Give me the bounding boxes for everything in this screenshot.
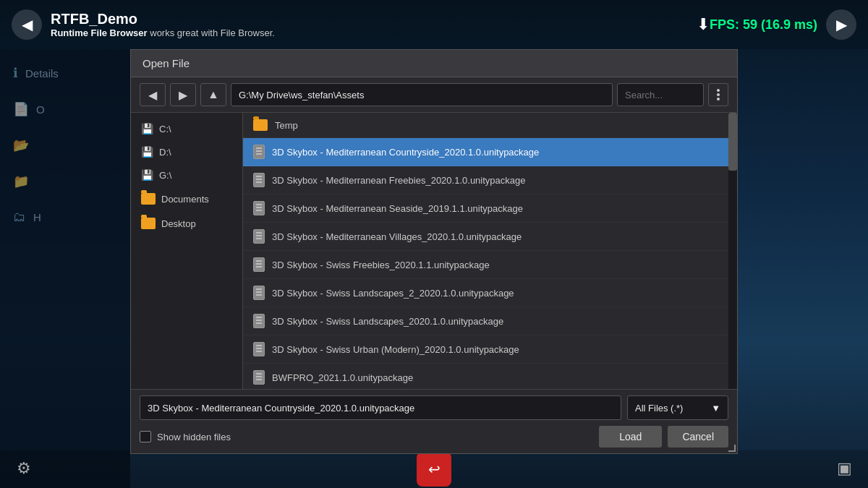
app-title: RTFB_Demo	[51, 11, 697, 27]
file-name-1: 3D Skybox - Mediterranean Freebies_2020.…	[272, 175, 526, 186]
file-item-6[interactable]: 3D Skybox - Swiss Landscapes_2020.1.0.un…	[243, 307, 737, 335]
settings-button[interactable]: ⚙	[9, 453, 39, 484]
drive-c-icon: 💾	[141, 123, 153, 134]
action-buttons: Load Cancel	[599, 426, 728, 448]
bookmark-desktop-label: Desktop	[161, 218, 196, 229]
file-name-3: 3D Skybox - Mediterranean Villages_2020.…	[272, 231, 522, 242]
file-item-temp[interactable]: Temp	[243, 113, 737, 138]
nav-back-button[interactable]: ◀	[140, 83, 166, 106]
bookmark-documents-label: Documents	[161, 194, 209, 205]
bottombar: ⚙ ↩ ▣	[0, 450, 868, 488]
file-item-4[interactable]: 3D Skybox - Swiss Freebies_2020.1.1.unit…	[243, 251, 737, 279]
file-name-4: 3D Skybox - Swiss Freebies_2020.1.1.unit…	[272, 260, 490, 270]
left-panel: 💾 C:\ 💾 D:\ 💾 G:\ Documents Deskt	[131, 113, 243, 389]
filetype-chevron-icon: ▼	[711, 403, 720, 414]
file-icon-7	[253, 342, 265, 356]
file-icon-2	[253, 201, 265, 215]
file-name-temp: Temp	[275, 120, 298, 131]
file-icon-4	[253, 257, 265, 272]
drive-d[interactable]: 💾 D:\	[131, 140, 242, 163]
exit-icon: ↩	[428, 461, 441, 478]
filename-row: All Files (.*) ▼	[140, 395, 728, 420]
nav-forward-button[interactable]: ▶	[170, 83, 196, 106]
scrollbar-track[interactable]	[728, 113, 737, 389]
file-name-6: 3D Skybox - Swiss Landscapes_2020.1.0.un…	[272, 316, 503, 327]
dialog-body: 💾 C:\ 💾 D:\ 💾 G:\ Documents Deskt	[131, 113, 737, 389]
file-name-5: 3D Skybox - Swiss Landscapes_2_2020.1.0.…	[272, 288, 514, 299]
file-icon-0	[253, 145, 265, 159]
app-subtitle: Runtime File Browser works great with Fi…	[51, 27, 697, 38]
file-name-8: BWFPRO_2021.1.0.unitypackage	[272, 372, 413, 383]
dialog-title-bar: Open File	[131, 50, 737, 77]
cancel-button[interactable]: Cancel	[668, 426, 728, 448]
dot1	[717, 89, 720, 92]
drive-c[interactable]: 💾 C:\	[131, 117, 242, 140]
resize-handle[interactable]	[727, 443, 737, 453]
dialog-bottom: All Files (.*) ▼ Show hidden files Load …	[131, 389, 737, 453]
filetype-select[interactable]: All Files (.*) ▼	[627, 395, 728, 420]
dot2	[717, 93, 720, 96]
open-file-dialog: Open File ◀ ▶ ▲ 💾 C:\ �	[130, 49, 738, 454]
file-item-0[interactable]: 3D Skybox - Mediterranean Countryside_20…	[243, 138, 737, 166]
file-icon-8	[253, 370, 265, 385]
show-hidden-checkbox[interactable]	[140, 431, 151, 442]
forward-button[interactable]: ▶	[826, 9, 856, 40]
file-icon-5	[253, 286, 265, 300]
desktop-folder-icon	[141, 218, 156, 229]
download-button[interactable]: ⬇	[697, 15, 710, 34]
dialog-title: Open File	[142, 57, 190, 69]
file-item-5[interactable]: 3D Skybox - Swiss Landscapes_2_2020.1.0.…	[243, 279, 737, 307]
file-name-2: 3D Skybox - Mediterranean Seaside_2019.1…	[272, 203, 523, 214]
file-name-0: 3D Skybox - Mediterranean Countryside_20…	[272, 147, 539, 158]
grid-button[interactable]: ▣	[829, 453, 859, 484]
filename-input[interactable]	[140, 395, 621, 420]
drive-d-label: D:\	[159, 147, 171, 158]
path-input[interactable]	[231, 83, 613, 106]
actions-row: Show hidden files Load Cancel	[140, 426, 728, 448]
documents-folder-icon	[141, 193, 156, 205]
back-button[interactable]: ◀	[12, 9, 42, 40]
file-name-7: 3D Skybox - Swiss Urban (Modern)_2020.1.…	[272, 344, 519, 355]
temp-folder-icon	[253, 119, 268, 131]
show-hidden-label[interactable]: Show hidden files	[140, 431, 231, 442]
show-hidden-text: Show hidden files	[157, 432, 231, 442]
fps-display: FPS: 59 (16.9 ms)	[710, 17, 817, 33]
exit-button[interactable]: ↩	[417, 452, 451, 487]
drive-g-icon: 💾	[141, 169, 153, 181]
file-item-7[interactable]: 3D Skybox - Swiss Urban (Modern)_2020.1.…	[243, 335, 737, 364]
right-panel: Temp 3D Skybox - Mediterranean Countrysi…	[243, 113, 737, 389]
scrollbar-thumb[interactable]	[728, 113, 737, 171]
dialog-toolbar: ◀ ▶ ▲	[131, 77, 737, 113]
topbar: ◀ RTFB_Demo Runtime File Browser works g…	[0, 0, 868, 49]
file-item-3[interactable]: 3D Skybox - Mediterranean Villages_2020.…	[243, 223, 737, 251]
title-block: RTFB_Demo Runtime File Browser works gre…	[51, 11, 697, 38]
dot3	[717, 98, 720, 100]
file-item-8[interactable]: BWFPRO_2021.1.0.unitypackage	[243, 364, 737, 389]
file-icon-1	[253, 173, 265, 187]
drive-g[interactable]: 💾 G:\	[131, 163, 242, 187]
file-item-2[interactable]: 3D Skybox - Mediterranean Seaside_2019.1…	[243, 194, 737, 223]
filetype-label: All Files (.*)	[635, 403, 683, 414]
bookmark-desktop[interactable]: Desktop	[131, 211, 242, 236]
load-button[interactable]: Load	[599, 426, 662, 448]
subtitle-bold: Runtime File Browser	[51, 27, 148, 38]
dialog-overlay: Open File ◀ ▶ ▲ 💾 C:\ �	[0, 49, 868, 450]
file-icon-6	[253, 314, 265, 328]
file-item-1[interactable]: 3D Skybox - Mediterranean Freebies_2020.…	[243, 166, 737, 194]
drive-d-icon: 💾	[141, 146, 153, 158]
search-input[interactable]	[617, 83, 704, 106]
drive-c-label: C:\	[159, 124, 171, 134]
file-icon-3	[253, 229, 265, 244]
bookmark-documents[interactable]: Documents	[131, 187, 242, 211]
more-options-button[interactable]	[708, 83, 728, 106]
nav-up-button[interactable]: ▲	[200, 83, 226, 106]
drive-g-label: G:\	[159, 170, 171, 181]
